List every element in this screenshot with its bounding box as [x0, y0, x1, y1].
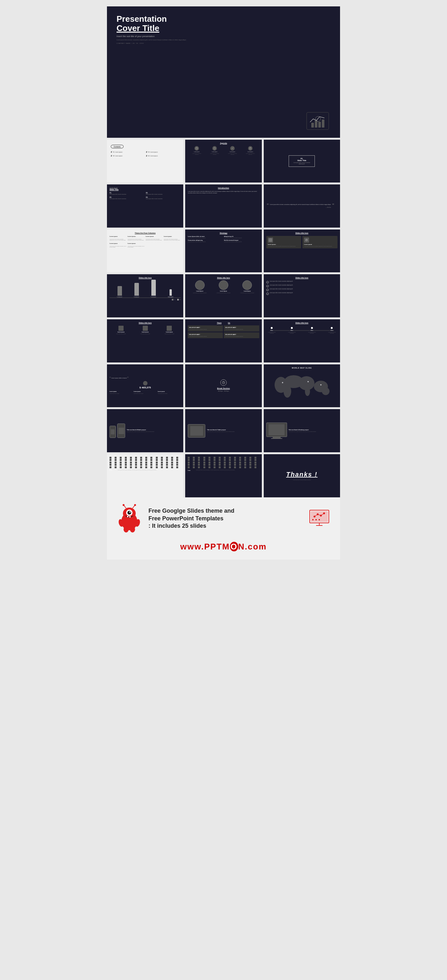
agenda-item-2: Lorem ipsum Lorem ipsum consectetur adip…: [210, 146, 219, 155]
circles-title: Slides title here: [188, 277, 259, 279]
svg-rect-7: [249, 148, 251, 149]
slide4-title: Slide Title: [292, 159, 311, 161]
slide-two-boxes: Slides title here Lorem ipsum Lorem ipsu…: [264, 229, 340, 273]
svg-point-31: [123, 504, 125, 506]
svg-point-50: [319, 519, 320, 520]
check-item-3: Lorem ipsum dolor sit amet consectetur a…: [266, 288, 338, 291]
agenda-title: Agenda: [188, 142, 259, 144]
agenda-item-3: Lorem ipsum Lorem ipsum consectetur adip…: [228, 146, 237, 155]
bar-chart-legend: 2019 2020: [109, 299, 181, 301]
box-item-1: Lorem ipsum Lorem ipsum dolor sit amet c…: [266, 236, 301, 249]
slide-introduction: Introduction Lorem ipsum dolor sit amet,…: [185, 185, 262, 228]
svg-point-24: [320, 384, 322, 385]
svg-rect-38: [127, 516, 128, 517]
slide-desktop: Title text block & Desktop project Lorem…: [264, 409, 340, 452]
svg-point-36: [124, 526, 129, 533]
break-subtitle: 00:00pm - 00:00pm: [218, 390, 229, 392]
quote-close: ": [332, 204, 334, 208]
svg-rect-8: [269, 239, 272, 241]
section-01: 01. Lorem ipsum dolor sit amet consectet…: [109, 192, 145, 195]
bar-2: Loremipsum: [134, 283, 139, 298]
strategy-item-4: Sed do eiusmod tempor Lorem ipsum dolor …: [224, 239, 259, 243]
slide-tablet: Title text block & Tablet project Lorem …: [185, 409, 262, 452]
slide-quote: " Lorem ipsum dolor sit amet, consectetu…: [264, 185, 340, 228]
col-2b-text: Lorem ipsum: [128, 243, 145, 244]
section-break-title: Slide Title: [109, 189, 181, 191]
year-1: 20xx Lorem ipsum sit amet consectetur: [266, 327, 277, 334]
col-4b-text: [164, 243, 181, 244]
world-map-title: WORLD MAP SLIDE: [266, 367, 338, 369]
bar-chart-title: Slides title here: [109, 277, 181, 279]
quote-open: ": [267, 204, 269, 208]
quote-text: Lorem ipsum dolor sit amet, consectetur …: [270, 204, 331, 206]
slide-timeline: Slides title here 20xx Lorem ipsum sit a…: [264, 319, 340, 363]
check-item-2: Lorem ipsum dolor sit amet consectetur a…: [266, 285, 338, 287]
contents-badge: Contents: [111, 145, 124, 148]
quote-author: — John Doe: [270, 207, 331, 208]
year-4: 20xx Lorem ipsum sit amet consectetur: [326, 327, 338, 334]
strategy-item-3: Consectetur adispiscing Lorem ipsum dolo…: [188, 239, 223, 243]
col-2-text: Lorem ipsum dolor sit amet consectetur a…: [128, 239, 145, 241]
bar-4: Lorem ipsum: [168, 289, 173, 298]
circle-item-2: Lorem Ipsum Lorem ipsum dolor sit amet c…: [217, 280, 230, 293]
agenda-item-1: Lorem ipsum Lorem ipsum consectetur adip…: [192, 146, 201, 155]
slide-cover: Presentation Cover Title Insert the sub …: [107, 6, 340, 138]
cover-lorem: Lorem ipsum dolor sit amet, consectetur …: [117, 39, 235, 41]
svg-point-28: [127, 511, 131, 515]
amount-item-3: Lorem ipsum: [158, 391, 181, 392]
cover-company: COMPANY NAME / 00. 00. 20XX: [117, 43, 330, 44]
check-item-4: Lorem ipsum dolor sit amet consectetur a…: [266, 292, 338, 295]
footer-url: www.PPTMON.com: [107, 540, 340, 560]
desktop-title: Title text block & Desktop project: [288, 429, 316, 431]
contents-item-4: # 04. Lorem ipsum: [146, 155, 179, 157]
contents-item-3: # 03. Lorem ipsum: [146, 151, 179, 153]
check-item-1: Lorem ipsum dolor sit amet consectetur a…: [266, 281, 338, 283]
slide-bar-chart: Slides title here Loremipsum Loremipsum …: [107, 274, 183, 317]
checklist-title: Slides title here: [266, 277, 338, 279]
chart-icon: [306, 112, 329, 130]
two-boxes-title: Slides title here: [266, 232, 338, 234]
col-4: Lorem ipsum: [164, 235, 181, 237]
strategy-item-2: Adispiscing elit Lorem ipsum dolor sit a…: [224, 235, 259, 239]
col-1-text: Lorem ipsum dolor sit amet consectetur a…: [109, 239, 127, 241]
icon-label-1: Icon: [109, 469, 116, 471]
tablet-title: Title text block & Tablet project: [207, 429, 235, 431]
us-label: Us: [228, 322, 230, 324]
section-04: 04. Lorem ipsum dolor sit amet consectet…: [146, 196, 181, 199]
mobile-title: Title text block & Mobile project: [127, 429, 154, 431]
slide-three-items: Slides title here Lorem ipsum Lorem ipsu…: [107, 319, 183, 363]
slide-four-columns: These Are Four Columns Lorem ipsum Lorem…: [107, 229, 183, 273]
slide-amount: " Lorem ipsum dolor sit amet " $ 465,375…: [107, 364, 183, 407]
them-label: Them: [217, 322, 222, 324]
thanks-text: Thanks !: [286, 471, 317, 478]
them-item-2: DOLOR SIT AMET Lorem ipsum dolor sit ame…: [188, 332, 223, 339]
slide-strategy: Strategy Lorem Ipsum dolor sit amet Lore…: [185, 229, 262, 273]
col-2b-desc: Lorem ipsum dolor sit amet consectetur, …: [128, 246, 145, 248]
svg-point-22: [282, 382, 283, 383]
three-item-2: Lorem ipsum Lorem ipsum dolor sit amet: [134, 326, 157, 334]
slide-world-map: WORLD MAP SLIDE: [264, 364, 340, 407]
break-title: Break Section: [217, 387, 230, 389]
monster-icon: [117, 504, 142, 534]
three-item-3: Lorem ipsum Lorem ipsum dolor sit amet: [158, 326, 181, 334]
slide-icons-2: Icon Lorem ipsum dolor sit amet consecte…: [185, 454, 262, 497]
intro-title: Introduction: [218, 187, 229, 189]
col-4-text: Lorem ipsum dolor sit amet consectetur a…: [164, 239, 181, 241]
col-1b-desc: Lorem ipsum dolor sit amet consectetur, …: [109, 246, 127, 248]
amount-quote: Lorem ipsum dolor sit amet: [111, 377, 127, 380]
svg-point-48: [312, 519, 314, 520]
svg-rect-39: [129, 516, 131, 517]
year-3: 20xx Lorem ipsum sit amet consectetur: [306, 327, 317, 334]
col-3: Lorem ipsum: [146, 235, 163, 237]
timeline-title: Slides title here: [266, 322, 338, 324]
bar-1: Loremipsum: [117, 286, 122, 298]
four-col-title: These Are Four Columns: [109, 232, 181, 234]
svg-point-33: [134, 504, 136, 506]
slide4-lorem: Lorem ipsum dolor sit amet consectetur a…: [292, 162, 311, 165]
svg-point-19: [284, 385, 291, 398]
slide-icons-1: Icon Lorem ipsum dolor sit amet consecte…: [107, 454, 183, 497]
website-url: www.PPTMON.com: [117, 542, 330, 552]
section-03: 03. Lorem ipsum dolor sit amet consectet…: [109, 196, 145, 199]
svg-line-3: [197, 148, 197, 149]
slide-thanks: Thanks ! Lorem ipsum dolor sit amet cons…: [264, 454, 340, 497]
